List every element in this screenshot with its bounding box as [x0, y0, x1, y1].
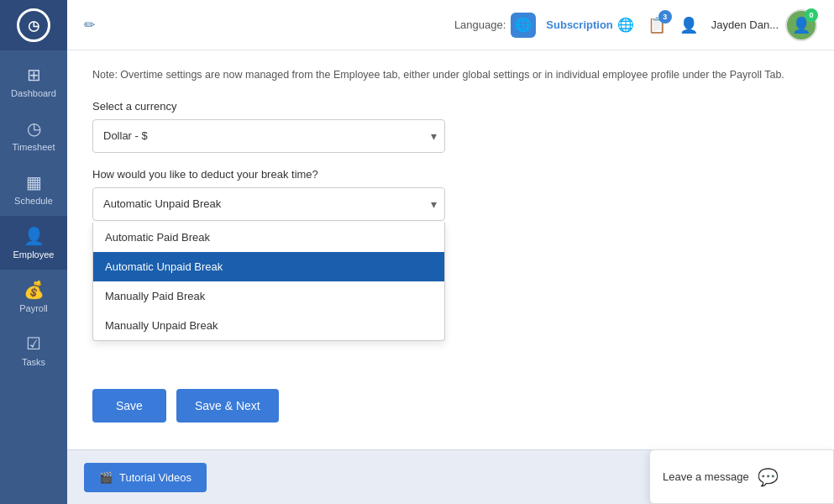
- sidebar-item-label: Tasks: [22, 357, 45, 367]
- currency-section: Select a currency Dollar - $ ▾: [92, 100, 809, 153]
- chat-label: Leave a message: [663, 470, 749, 483]
- sidebar-item-dashboard[interactable]: ⊞ Dashboard: [0, 55, 67, 108]
- sidebar-item-label: Schedule: [14, 196, 53, 206]
- user-add-icon-wrap[interactable]: 👤: [676, 13, 701, 38]
- tutorial-label: Tutorial Videos: [119, 471, 191, 484]
- payroll-icon: 💰: [24, 280, 45, 300]
- subscription-label: Subscription: [546, 18, 612, 31]
- sidebar-item-label: Dashboard: [11, 88, 56, 98]
- dropdown-item-auto-unpaid[interactable]: Automatic Unpaid Break: [93, 252, 444, 281]
- sidebar-item-label: Timesheet: [13, 142, 55, 152]
- dashboard-icon: ⊞: [27, 65, 41, 85]
- subscription-icon: 🌐: [617, 17, 634, 33]
- notification-icon-wrap[interactable]: 📋 3: [644, 13, 669, 38]
- language-globe-icon[interactable]: 🌐: [511, 13, 536, 38]
- chat-widget[interactable]: Leave a message 💬: [649, 449, 834, 504]
- dropdown-item-auto-paid[interactable]: Automatic Paid Break: [93, 223, 444, 252]
- dropdown-item-label: Automatic Unpaid Break: [105, 260, 223, 273]
- save-next-button[interactable]: Save & Next: [176, 389, 279, 423]
- user-add-icon: 👤: [679, 16, 698, 34]
- dropdown-item-label: Manually Unpaid Break: [105, 319, 218, 332]
- buttons-row: Save Save & Next: [92, 389, 809, 423]
- sidebar-item-employee[interactable]: 👤 Employee: [0, 216, 67, 270]
- user-section: Jayden Dan... 👤 0: [711, 9, 817, 41]
- currency-value: Dollar - $: [103, 129, 148, 142]
- break-dropdown: Automatic Paid Break Automatic Unpaid Br…: [92, 223, 445, 341]
- currency-select[interactable]: Dollar - $: [92, 119, 445, 153]
- sidebar-item-schedule[interactable]: ▦ Schedule: [0, 162, 67, 216]
- edit-icon[interactable]: ✏: [84, 17, 95, 33]
- user-name: Jayden Dan...: [711, 18, 779, 31]
- logo-icon: ◷: [17, 8, 50, 42]
- sidebar-item-label: Employee: [13, 249, 55, 260]
- subscription-button[interactable]: Subscription 🌐: [546, 17, 633, 33]
- content-area: Note: Overtime settings are now managed …: [67, 50, 834, 449]
- dropdown-item-label: Manually Paid Break: [105, 290, 205, 302]
- break-select-wrap: Automatic Unpaid Break ▾ Automatic Paid …: [92, 187, 445, 221]
- sidebar-item-payroll[interactable]: 💰 Payroll: [0, 270, 67, 323]
- language-label: Language:: [454, 18, 506, 31]
- break-selected-value: Automatic Unpaid Break: [103, 197, 221, 210]
- notification-badge: 3: [658, 10, 672, 24]
- chat-icon: 💬: [758, 467, 779, 487]
- break-select[interactable]: Automatic Unpaid Break: [92, 187, 445, 221]
- sidebar-item-tasks[interactable]: ☑ Tasks: [0, 323, 67, 377]
- header-right: Language: 🌐 Subscription 🌐 📋 3 👤 Jayden …: [454, 9, 817, 41]
- currency-select-wrap: Dollar - $ ▾: [92, 119, 445, 153]
- sidebar-item-timesheet[interactable]: ◷ Timesheet: [0, 108, 67, 162]
- save-button[interactable]: Save: [92, 389, 166, 423]
- sidebar-item-label: Payroll: [19, 303, 48, 313]
- currency-label: Select a currency: [92, 100, 809, 113]
- schedule-icon: ▦: [26, 172, 42, 192]
- break-label: How would you like to deduct your break …: [92, 168, 809, 181]
- dropdown-item-manual-paid[interactable]: Manually Paid Break: [93, 281, 444, 311]
- header-left: ✏: [84, 17, 95, 33]
- header-icons: 📋 3 👤: [644, 13, 701, 38]
- main-area: ✏ Language: 🌐 Subscription 🌐 📋 3 👤: [67, 0, 834, 504]
- avatar-badge: 0: [805, 8, 818, 22]
- timesheet-icon: ◷: [27, 118, 41, 139]
- sidebar: ◷ ⊞ Dashboard ◷ Timesheet ▦ Schedule 👤 E…: [0, 0, 67, 504]
- bottom-bar: 🎬 Tutorial Videos Leave a message 💬: [67, 449, 834, 504]
- tutorial-icon: 🎬: [99, 471, 113, 484]
- dropdown-item-manual-unpaid[interactable]: Manually Unpaid Break: [93, 311, 444, 340]
- break-section: How would you like to deduct your break …: [92, 168, 809, 221]
- employee-icon: 👤: [24, 226, 45, 246]
- language-section: Language: 🌐: [454, 13, 536, 38]
- sidebar-logo[interactable]: ◷: [0, 0, 67, 50]
- note-text: Note: Overtime settings are now managed …: [92, 67, 809, 83]
- header: ✏ Language: 🌐 Subscription 🌐 📋 3 👤: [67, 0, 834, 50]
- avatar[interactable]: 👤 0: [785, 9, 817, 41]
- dropdown-item-label: Automatic Paid Break: [105, 231, 210, 244]
- tutorial-videos-button[interactable]: 🎬 Tutorial Videos: [84, 463, 207, 492]
- tasks-icon: ☑: [26, 333, 41, 354]
